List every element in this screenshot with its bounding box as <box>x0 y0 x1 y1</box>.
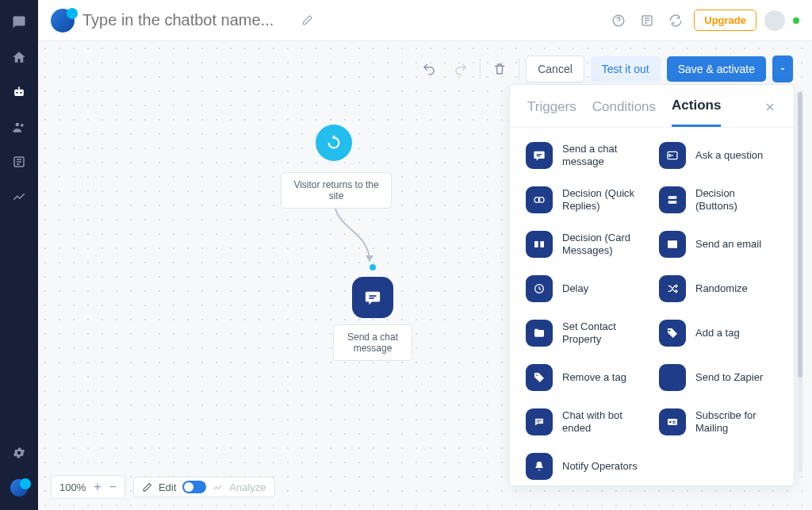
action-label: Randomize <box>695 282 748 295</box>
nav-home[interactable] <box>0 41 38 73</box>
svg-point-18 <box>536 374 538 376</box>
help-icon[interactable] <box>608 10 629 31</box>
edit-name-icon[interactable] <box>297 10 317 31</box>
zoom-level: 100% <box>59 481 86 493</box>
action-label: Add a tag <box>695 327 740 339</box>
quick-replies-icon <box>526 186 553 213</box>
mode-toggle[interactable] <box>182 481 206 493</box>
chat-icon <box>526 142 553 169</box>
question-icon <box>659 142 686 169</box>
redo-icon[interactable] <box>448 56 473 82</box>
save-activate-button[interactable]: Save & activate <box>667 56 766 82</box>
svg-rect-21 <box>672 421 676 422</box>
pencil-icon <box>142 482 152 493</box>
action-label: Subscribe for Mailing <box>695 409 778 435</box>
svg-point-17 <box>669 330 671 332</box>
action-node-label: Send a chat message <box>333 324 412 361</box>
action-randomize[interactable]: Randomize <box>659 275 778 302</box>
tag-icon <box>659 320 686 347</box>
zoom-out-icon[interactable]: − <box>109 480 117 494</box>
cancel-button[interactable]: Cancel <box>526 56 584 82</box>
nav-logo-bottom[interactable] <box>0 472 38 504</box>
save-dropdown[interactable] <box>772 56 793 82</box>
nav-contacts[interactable] <box>0 111 38 143</box>
close-icon[interactable] <box>764 101 776 125</box>
action-label: Send a chat message <box>562 143 645 169</box>
trigger-node-label: Visitor returns to the site <box>281 172 392 209</box>
svg-point-4 <box>16 123 20 127</box>
undo-icon[interactable] <box>416 56 442 82</box>
action-label: Set Contact Property <box>562 320 645 347</box>
canvas-toolbar: Cancel Test it out Save & activate <box>416 56 793 82</box>
chatbot-name-input[interactable] <box>82 11 289 29</box>
action-ask-question[interactable]: Ask a question <box>659 142 778 169</box>
tag-remove-icon <box>526 364 553 391</box>
zoom-in-icon[interactable]: + <box>94 480 101 494</box>
action-notify-operators[interactable]: Notify Operators <box>526 453 645 480</box>
action-label: Send an email <box>695 238 761 251</box>
nav-settings[interactable] <box>0 437 38 469</box>
subscribe-icon <box>659 408 686 435</box>
action-send-zapier[interactable]: Send to Zapier <box>659 364 778 391</box>
status-dot <box>793 17 799 24</box>
tab-conditions[interactable]: Conditions <box>592 99 656 126</box>
action-decision-quick[interactable]: Decision (Quick Replies) <box>526 186 645 213</box>
bottom-toolbar: 100% + − Edit Analyze <box>51 475 275 499</box>
bell-icon <box>526 453 553 480</box>
svg-point-2 <box>20 92 21 94</box>
nav-bots[interactable] <box>0 76 38 108</box>
svg-rect-0 <box>14 90 24 96</box>
action-send-chat[interactable]: Send a chat message <box>526 142 645 169</box>
action-send-email[interactable]: Send an email <box>659 231 778 258</box>
action-set-contact[interactable]: Set Contact Property <box>526 320 645 347</box>
svg-point-1 <box>16 92 17 94</box>
action-subscribe-mail[interactable]: Subscribe for Mailing <box>659 408 778 435</box>
zoom-control: 100% + − <box>51 475 125 499</box>
side-nav <box>0 0 38 510</box>
svg-rect-22 <box>672 423 676 424</box>
analyze-mode-label: Analyze <box>229 481 266 493</box>
action-chat-ended[interactable]: Chat with bot ended <box>526 408 645 435</box>
tab-triggers[interactable]: Triggers <box>527 99 576 126</box>
app-logo <box>51 9 75 33</box>
edit-mode-label: Edit <box>159 481 176 493</box>
nav-analytics[interactable] <box>0 181 38 213</box>
svg-rect-15 <box>540 241 544 247</box>
mode-switch: Edit Analyze <box>133 477 275 497</box>
action-label: Chat with bot ended <box>562 409 645 435</box>
news-icon[interactable] <box>637 10 657 31</box>
action-label: Send to Zapier <box>695 371 763 384</box>
trigger-node[interactable] <box>316 125 352 161</box>
shuffle-icon <box>659 275 686 302</box>
email-icon <box>659 231 686 258</box>
action-delay[interactable]: Delay <box>526 275 645 302</box>
svg-rect-12 <box>668 196 677 198</box>
upgrade-button[interactable]: Upgrade <box>694 10 756 31</box>
trash-icon[interactable] <box>487 56 512 82</box>
nav-chat[interactable] <box>0 6 38 38</box>
svg-point-20 <box>669 421 672 424</box>
clock-icon <box>526 275 553 302</box>
svg-rect-13 <box>668 201 677 203</box>
action-label: Decision (Buttons) <box>695 187 778 213</box>
cards-icon <box>526 231 553 258</box>
action-label: Decision (Quick Replies) <box>562 187 645 213</box>
test-button[interactable]: Test it out <box>591 56 661 82</box>
action-decision-buttons[interactable]: Decision (Buttons) <box>659 186 778 213</box>
action-node[interactable] <box>352 277 393 318</box>
zapier-icon <box>659 364 686 391</box>
panel-scrollbar-thumb[interactable] <box>798 92 802 378</box>
tab-actions[interactable]: Actions <box>672 98 721 127</box>
action-add-tag[interactable]: Add a tag <box>659 320 778 347</box>
svg-rect-19 <box>668 419 677 425</box>
refresh-icon[interactable] <box>665 10 686 31</box>
action-label: Ask a question <box>695 149 763 162</box>
actions-panel: Triggers Conditions Actions Send a chat … <box>509 84 795 486</box>
svg-rect-3 <box>18 86 20 89</box>
analyze-icon <box>213 482 223 493</box>
nav-templates[interactable] <box>0 146 38 178</box>
connector-dot <box>370 264 376 270</box>
action-remove-tag[interactable]: Remove a tag <box>526 364 645 391</box>
avatar[interactable] <box>764 10 785 31</box>
action-decision-card[interactable]: Decision (Card Messages) <box>526 231 645 258</box>
